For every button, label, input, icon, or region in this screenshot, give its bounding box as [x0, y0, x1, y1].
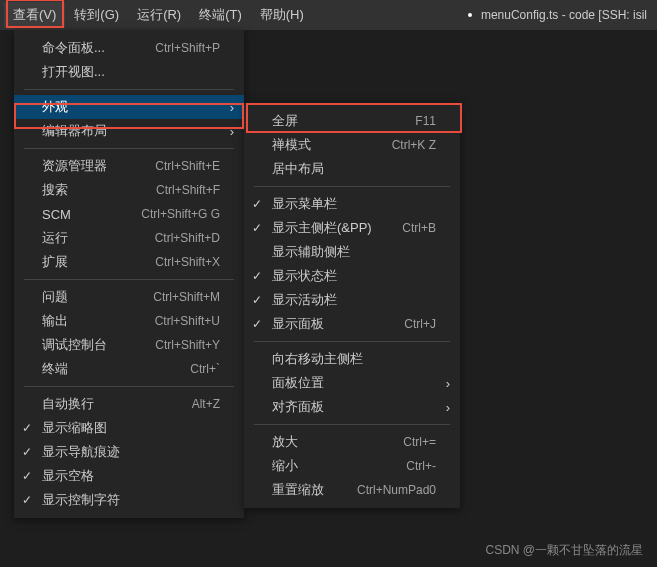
check-icon: ✓ — [22, 469, 32, 483]
label: 居中布局 — [272, 160, 436, 178]
item-breadcrumbs[interactable]: ✓ 显示导航痕迹 — [14, 440, 244, 464]
menu-goto[interactable]: 转到(G) — [65, 2, 128, 28]
menu-terminal[interactable]: 终端(T) — [190, 2, 251, 28]
shortcut: Ctrl+NumPad0 — [357, 483, 436, 497]
label: 显示面板 — [272, 315, 404, 333]
label: 资源管理器 — [42, 157, 155, 175]
item-move-sidebar-right[interactable]: 向右移动主侧栏 — [244, 347, 460, 371]
item-zen-mode[interactable]: 禅模式 Ctrl+K Z — [244, 133, 460, 157]
shortcut: Ctrl+Shift+X — [155, 255, 220, 269]
item-search[interactable]: 搜索 Ctrl+Shift+F — [14, 178, 244, 202]
item-debug-console[interactable]: 调试控制台 Ctrl+Shift+Y — [14, 333, 244, 357]
watermark: CSDN @一颗不甘坠落的流星 — [481, 540, 647, 561]
item-extensions[interactable]: 扩展 Ctrl+Shift+X — [14, 250, 244, 274]
label: 命令面板... — [42, 39, 155, 57]
item-zoom-in[interactable]: 放大 Ctrl+= — [244, 430, 460, 454]
label: 运行 — [42, 229, 155, 247]
title-text: menuConfig.ts - code [SSH: isil — [481, 8, 647, 22]
item-explorer[interactable]: 资源管理器 Ctrl+Shift+E — [14, 154, 244, 178]
shortcut: Ctrl+` — [190, 362, 220, 376]
separator — [24, 386, 234, 387]
label: 显示导航痕迹 — [42, 443, 220, 461]
label: 显示缩略图 — [42, 419, 220, 437]
window-title: menuConfig.ts - code [SSH: isil — [468, 8, 653, 22]
check-icon: ✓ — [22, 421, 32, 435]
item-activity-bar[interactable]: ✓ 显示活动栏 — [244, 288, 460, 312]
label: 问题 — [42, 288, 153, 306]
label: 扩展 — [42, 253, 155, 271]
shortcut: Ctrl+Shift+D — [155, 231, 220, 245]
chevron-right-icon: › — [446, 400, 450, 415]
label: 向右移动主侧栏 — [272, 350, 436, 368]
item-minimap[interactable]: ✓ 显示缩略图 — [14, 416, 244, 440]
chevron-right-icon: › — [230, 124, 234, 139]
item-appearance[interactable]: 外观 › — [14, 95, 244, 119]
label: 输出 — [42, 312, 155, 330]
item-reset-zoom[interactable]: 重置缩放 Ctrl+NumPad0 — [244, 478, 460, 502]
item-align-panel[interactable]: 对齐面板 › — [244, 395, 460, 419]
menubar: 查看(V) 转到(G) 运行(R) 终端(T) 帮助(H) menuConfig… — [0, 0, 657, 30]
label: 调试控制台 — [42, 336, 155, 354]
label: 显示空格 — [42, 467, 220, 485]
separator — [254, 341, 450, 342]
item-menu-bar[interactable]: ✓ 显示菜单栏 — [244, 192, 460, 216]
label: 显示控制字符 — [42, 491, 220, 509]
menu-help[interactable]: 帮助(H) — [251, 2, 313, 28]
shortcut: Ctrl+Shift+Y — [155, 338, 220, 352]
label: 编辑器布局 — [42, 122, 220, 140]
shortcut: Ctrl+Shift+E — [155, 159, 220, 173]
item-panel[interactable]: ✓ 显示面板 Ctrl+J — [244, 312, 460, 336]
shortcut: Alt+Z — [192, 397, 220, 411]
label: 对齐面板 — [272, 398, 436, 416]
shortcut: F11 — [415, 114, 436, 128]
view-dropdown: 命令面板... Ctrl+Shift+P 打开视图... 外观 › 编辑器布局 … — [14, 30, 244, 518]
item-word-wrap[interactable]: 自动换行 Alt+Z — [14, 392, 244, 416]
shortcut: Ctrl+B — [402, 221, 436, 235]
shortcut: Ctrl+Shift+G G — [141, 207, 220, 221]
item-control-chars[interactable]: ✓ 显示控制字符 — [14, 488, 244, 512]
check-icon: ✓ — [252, 317, 262, 331]
item-run[interactable]: 运行 Ctrl+Shift+D — [14, 226, 244, 250]
menu-run[interactable]: 运行(R) — [128, 2, 190, 28]
item-open-view[interactable]: 打开视图... — [14, 60, 244, 84]
label: 重置缩放 — [272, 481, 357, 499]
item-whitespace[interactable]: ✓ 显示空格 — [14, 464, 244, 488]
label: 自动换行 — [42, 395, 192, 413]
shortcut: Ctrl+K Z — [392, 138, 436, 152]
separator — [24, 279, 234, 280]
shortcut: Ctrl+= — [403, 435, 436, 449]
separator — [254, 186, 450, 187]
menu-view[interactable]: 查看(V) — [4, 2, 65, 28]
item-centered-layout[interactable]: 居中布局 — [244, 157, 460, 181]
item-fullscreen[interactable]: 全屏 F11 — [244, 109, 460, 133]
check-icon: ✓ — [22, 493, 32, 507]
label: 显示菜单栏 — [272, 195, 436, 213]
shortcut: Ctrl+J — [404, 317, 436, 331]
label: 显示主侧栏(&PP) — [272, 219, 402, 237]
label: 终端 — [42, 360, 190, 378]
item-problems[interactable]: 问题 Ctrl+Shift+M — [14, 285, 244, 309]
shortcut: Ctrl+Shift+P — [155, 41, 220, 55]
item-panel-position[interactable]: 面板位置 › — [244, 371, 460, 395]
item-secondary-sidebar[interactable]: 显示辅助侧栏 — [244, 240, 460, 264]
label: 禅模式 — [272, 136, 392, 154]
label: 全屏 — [272, 112, 415, 130]
item-terminal[interactable]: 终端 Ctrl+` — [14, 357, 244, 381]
check-icon: ✓ — [252, 221, 262, 235]
check-icon: ✓ — [252, 269, 262, 283]
appearance-submenu: 全屏 F11 禅模式 Ctrl+K Z 居中布局 ✓ 显示菜单栏 ✓ 显示主侧栏… — [244, 103, 460, 508]
label: 显示辅助侧栏 — [272, 243, 436, 261]
check-icon: ✓ — [22, 445, 32, 459]
item-zoom-out[interactable]: 缩小 Ctrl+- — [244, 454, 460, 478]
item-output[interactable]: 输出 Ctrl+Shift+U — [14, 309, 244, 333]
label: 放大 — [272, 433, 403, 451]
shortcut: Ctrl+- — [406, 459, 436, 473]
item-primary-sidebar[interactable]: ✓ 显示主侧栏(&PP) Ctrl+B — [244, 216, 460, 240]
label: 显示活动栏 — [272, 291, 436, 309]
item-scm[interactable]: SCM Ctrl+Shift+G G — [14, 202, 244, 226]
item-command-palette[interactable]: 命令面板... Ctrl+Shift+P — [14, 36, 244, 60]
separator — [24, 89, 234, 90]
item-editor-layout[interactable]: 编辑器布局 › — [14, 119, 244, 143]
shortcut: Ctrl+Shift+F — [156, 183, 220, 197]
item-status-bar[interactable]: ✓ 显示状态栏 — [244, 264, 460, 288]
